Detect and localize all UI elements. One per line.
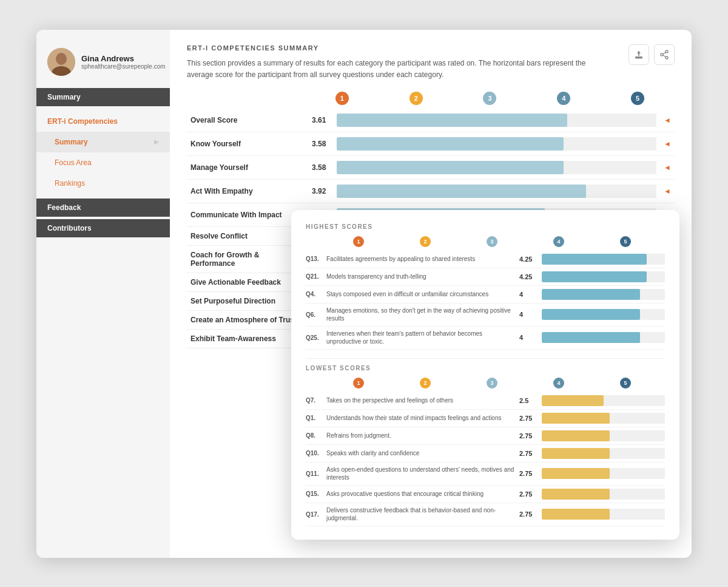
question-number: Q1. (306, 415, 323, 421)
panel-bar-value: 4 (519, 291, 539, 298)
question-text: Asks open-ended questions to understand … (326, 466, 516, 482)
sidebar-item-summary[interactable]: Summary ▶ (36, 132, 170, 152)
profile: Gina Andrews sphealthcare@surepeople.com (36, 42, 170, 88)
main-content: ERT-I COMPETENCIES SUMMARY This section … (170, 30, 692, 558)
panel-bar-area: 2.75 (519, 468, 665, 479)
svg-line-11 (663, 55, 666, 57)
bar-fill (337, 114, 567, 127)
highest-scores-title: HIGHEST SCORES (306, 223, 665, 230)
expand-arrow-icon[interactable]: ◄ (660, 179, 675, 203)
profile-info: Gina Andrews sphealthcare@surepeople.com (81, 54, 166, 70)
panel-bar-background (542, 509, 665, 520)
expand-arrow-icon[interactable]: ◄ (660, 109, 675, 132)
panel-bar-fill (542, 489, 610, 500)
question-text: Manages emotions, so they don't get in t… (326, 307, 516, 323)
lowest-scores-title: LOWEST SCORES (306, 365, 665, 372)
bar-cell: 3.92 (308, 179, 660, 203)
legend-2: 2 (379, 92, 453, 105)
question-text: Understands how their state of mind impa… (326, 414, 516, 422)
sidebar-item-rankings[interactable]: Rankings (36, 173, 170, 194)
section-description: This section provides a summary of resul… (187, 58, 612, 81)
chevron-right-icon: ▶ (154, 138, 159, 145)
sidebar-section-contributors[interactable]: Contributors (36, 219, 170, 237)
bar-value: 3.58 (312, 140, 333, 148)
row-label: Exhibit Team-Awareness (187, 329, 308, 348)
share-button[interactable] (654, 44, 675, 65)
panel-bar-value: 4 (519, 311, 539, 318)
table-row[interactable]: Manage Yourself 3.58 ◄ (187, 155, 675, 179)
panel-bar-value: 2.75 (519, 415, 539, 422)
bar-background (337, 114, 656, 127)
bar-fill (337, 161, 564, 174)
panel-bar-area: 2.5 (519, 395, 665, 406)
panel-bar-value: 2.75 (519, 470, 539, 477)
panel-bar-area: 4.25 (519, 271, 665, 282)
question-text: Refrains from judgment. (326, 432, 516, 440)
panel-bar-value: 2.75 (519, 490, 539, 498)
row-label: Communicate With Impact (187, 203, 308, 226)
panel-bar-fill (542, 332, 640, 343)
row-label: Coach for Growth & Performance (187, 245, 308, 273)
panel-legend-row-2: 1 2 3 4 5 (306, 378, 665, 389)
sidebar-item-focusarea[interactable]: Focus Area (36, 152, 170, 173)
export-button[interactable] (629, 44, 649, 65)
sidebar-ert-label[interactable]: ERT-i Competencies (36, 111, 170, 132)
row-label: Know Yourself (187, 132, 308, 155)
list-item: Q8. Refrains from judgment. 2.75 (306, 427, 665, 445)
panel-bar-fill (542, 309, 640, 320)
sidebar-section-feedback[interactable]: Feedback (36, 198, 170, 217)
panel-bar-fill (542, 413, 610, 424)
panel-bar-value: 2.75 (519, 432, 539, 439)
panel-bar-fill (542, 271, 647, 282)
panel-bar-value: 2.75 (519, 450, 539, 457)
panel-bar-area: 2.75 (519, 448, 665, 459)
question-number: Q15. (306, 490, 323, 497)
bar-cell: 3.61 (308, 109, 660, 132)
sidebar-section-summary[interactable]: Summary (36, 88, 170, 106)
bar-fill (337, 185, 586, 198)
svg-point-9 (661, 53, 663, 56)
panel-bar-background (542, 448, 665, 459)
panel-bar-background (542, 289, 665, 300)
question-text: Stays composed even in difficult or unfa… (326, 290, 516, 299)
panel-bar-area: 2.75 (519, 509, 665, 520)
list-item: Q17. Delivers constructive feedback that… (306, 503, 665, 526)
expand-arrow-icon[interactable]: ◄ (660, 155, 675, 179)
svg-point-8 (666, 56, 668, 59)
main-card: Gina Andrews sphealthcare@surepeople.com… (36, 30, 692, 558)
svg-rect-3 (635, 56, 642, 58)
list-item: Q1. Understands how their state of mind … (306, 410, 665, 427)
panel-bar-fill (542, 395, 604, 406)
legend-4: 4 (527, 92, 601, 105)
list-item: Q4. Stays composed even in difficult or … (306, 286, 665, 304)
panel-bar-background (542, 332, 665, 343)
avatar (47, 48, 75, 76)
legend-1: 1 (305, 92, 379, 105)
row-label: Overall Score (187, 109, 308, 132)
question-number: Q21. (306, 273, 323, 280)
bar-cell: 3.58 (308, 132, 660, 155)
list-item: Q6. Manages emotions, so they don't get … (306, 304, 665, 327)
panel-bar-area: 4 (519, 309, 665, 320)
table-row[interactable]: Act With Empathy 3.92 ◄ (187, 179, 675, 203)
table-row[interactable]: Overall Score 3.61 ◄ (187, 109, 675, 132)
svg-point-1 (56, 53, 67, 65)
panel-bar-value: 2.75 (519, 511, 539, 518)
bar-fill (337, 137, 564, 151)
expand-arrow-icon[interactable]: ◄ (660, 132, 675, 155)
legend-3: 3 (453, 92, 527, 105)
question-number: Q13. (306, 256, 323, 262)
question-text: Delivers constructive feedback that is b… (326, 506, 516, 523)
panel-bar-value: 4.25 (519, 273, 539, 280)
question-number: Q10. (306, 450, 323, 456)
table-row[interactable]: Know Yourself 3.58 ◄ (187, 132, 675, 155)
panel-legend-row: 1 2 3 4 5 (306, 236, 665, 247)
list-item: Q25. Intervenes when their team's patter… (306, 327, 665, 350)
question-text: Speaks with clarity and confidence (326, 449, 516, 458)
panel-bar-background (542, 489, 665, 500)
panel-bar-area: 2.75 (519, 413, 665, 424)
panel-bar-background (542, 271, 665, 282)
panel-bar-area: 4 (519, 289, 665, 300)
question-text: Intervenes when their team's pattern of … (326, 330, 516, 346)
highest-rows: Q13. Facilitates agreements by appealing… (306, 251, 665, 350)
